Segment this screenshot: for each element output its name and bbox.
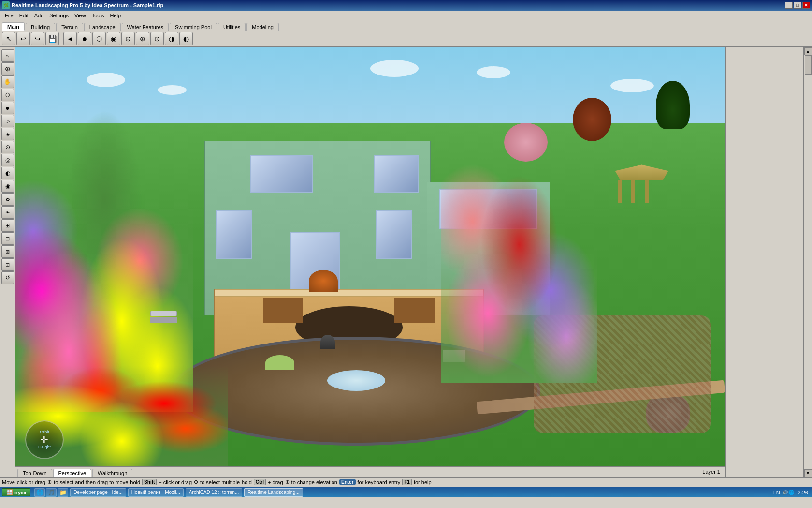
status-text3: to select and then drag to move [54,479,128,485]
left-btn-refresh[interactable]: ↺ [1,271,14,284]
menu-add[interactable]: Add [31,12,47,19]
tab-landscape[interactable]: Landscape [84,23,121,31]
taskbar: 🪟 пуск 🌐 🎵 📁 Developer page - Ide... Нов… [0,487,812,497]
tab-water-features[interactable]: Water Features [122,23,169,31]
maximize-button[interactable]: □ [794,2,801,9]
toolbar-btn9[interactable]: ◐ [179,32,193,45]
gazebo [615,164,668,203]
menu-edit[interactable]: Edit [16,12,31,19]
compass-rose-icon: ✛ [38,435,51,445]
view-tab-walkthrough[interactable]: Walkthrough [92,469,132,477]
titlebar-title: Realtime Landscaping Pro 5 by Idea Spect… [12,2,163,8]
toolbar-undo[interactable]: ↩ [16,32,30,45]
scrollbar-up[interactable]: ▲ [804,47,812,55]
left-btn-star[interactable]: ✿ [1,193,14,206]
tab-modeling[interactable]: Modeling [246,23,279,31]
left-btn-pan[interactable]: ✋ [1,75,14,88]
left-btn-dots[interactable]: ⊡ [1,258,14,271]
menu-view[interactable]: View [72,12,89,19]
pond-plant-1 [265,355,294,371]
minimize-button[interactable]: _ [785,2,793,9]
gazebo-post-2 [631,180,635,203]
view-tab-topdown[interactable]: Top-Down [17,469,52,477]
toolbar-btn2[interactable]: ● [78,32,91,45]
statusbar: Move click or drag ⊕ to select and then … [0,477,812,487]
close-button[interactable]: ✕ [802,2,810,9]
toolbar-btn8[interactable]: ◑ [165,32,178,45]
key-f1: F1 [402,479,412,485]
menu-help[interactable]: Help [107,12,124,19]
status-text11: for help [414,479,432,485]
scrollbar-right[interactable]: ▲ ▼ [803,47,812,477]
tab-building[interactable]: Building [26,23,55,31]
left-btn-cross[interactable]: ⊠ [1,245,14,258]
chair-1 [263,298,303,323]
left-btn-ring[interactable]: ⊙ [1,141,14,153]
left-btn-leaf[interactable]: ❧ [1,206,14,219]
toolbar-save[interactable]: 💾 [45,32,59,45]
tray-icon-2: 🌐 [788,490,794,495]
start-button[interactable]: 🪟 пуск [2,488,30,496]
menu-tools[interactable]: Tools [89,12,107,19]
left-btn-select[interactable]: ↖ [1,49,14,62]
left-btn-add[interactable]: ⊕ [1,62,14,75]
house-window-upper-left [250,155,313,193]
toolbar-cursor[interactable]: ↖ [2,32,15,45]
left-btn-target[interactable]: ◎ [1,154,14,166]
layer-indicator: Layer 1 [702,469,720,475]
cloud-5 [610,79,654,92]
tab-swimming-pool[interactable]: Swimming Pool [170,23,217,31]
quicklaunch-media[interactable]: 🎵 [46,488,57,497]
house-window-lower-right [376,210,412,259]
viewport[interactable]: Orbit ✛ Height [15,47,725,466]
left-btn-box[interactable]: ⊞ [1,219,14,232]
cursor-icon-2: ⊕ [194,479,198,485]
toolbar-btn1[interactable]: ◄ [63,32,77,45]
scrollbar-down[interactable]: ▼ [804,469,812,477]
toolbar-btn3[interactable]: ⬡ [92,32,106,45]
taskbar-app-3[interactable]: ArchiCAD 12 :: torren... [186,488,242,497]
toolbar-btn6[interactable]: ⊕ [136,32,149,45]
scene-background [15,47,725,466]
toolbar-redo[interactable]: ↪ [31,32,44,45]
grill [320,335,335,349]
left-btn-shape[interactable]: ⬡ [1,89,14,101]
tab-terrain[interactable]: Terrain [56,23,83,31]
taskbar-app-4[interactable]: Realtime Landscaping... [244,488,303,497]
view-tab-perspective[interactable]: Perspective [53,469,91,477]
left-btn-play[interactable]: ▷ [1,115,14,127]
menu-settings[interactable]: Settings [46,12,72,19]
scrollbar-thumb[interactable] [805,55,812,75]
app1-label: Developer page - Ide... [73,490,123,495]
left-btn-circle[interactable]: ● [1,102,14,114]
cloud-1 [87,73,125,87]
tree-dark-1 [656,81,690,129]
taskbar-app-1[interactable]: Developer page - Ide... [70,488,126,497]
left-btn-grid[interactable]: ◈ [1,128,14,140]
titlebar-controls[interactable]: _ □ ✕ [785,2,810,9]
chair-2 [394,298,435,323]
toolbar-btn5[interactable]: ⊖ [121,32,135,45]
quick-launch: 🌐 🎵 📁 [34,488,68,497]
compass: Orbit ✛ Height [25,420,64,459]
quicklaunch-folder[interactable]: 📁 [58,488,68,497]
menu-file[interactable]: File [2,12,16,19]
fountain [327,370,385,391]
main-area: ↖ ⊕ ✋ ⬡ ● ▷ ◈ ⊙ ◎ ◐ ◉ ✿ ❧ ⊞ ⊟ ⊠ ⊡ ↺ [0,47,812,477]
taskbar-app-2[interactable]: Новый релиз - Mozil... [128,488,184,497]
gazebo-roof [615,164,668,180]
status-hold2: hold [242,479,252,485]
tab-utilities[interactable]: Utilities [218,23,246,31]
tab-main[interactable]: Main [2,22,25,31]
quicklaunch-ie[interactable]: 🌐 [34,488,45,497]
left-btn-half[interactable]: ◐ [1,167,14,179]
left-btn-dotcircle[interactable]: ◉ [1,180,14,193]
toolbar-btn4[interactable]: ◉ [107,32,120,45]
app3-label: ArchiCAD 12 :: torren... [189,490,239,495]
toolbar-btn7[interactable]: ⊙ [150,32,164,45]
toolbar-separator-1 [61,33,61,45]
bench-seat [150,311,177,317]
locale-indicator: EN [772,490,780,495]
left-btn-minus[interactable]: ⊟ [1,232,14,245]
status-text5: + click or drag [159,479,192,485]
